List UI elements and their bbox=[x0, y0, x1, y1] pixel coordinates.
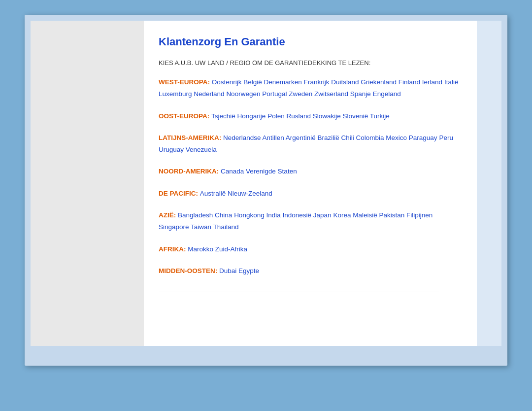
country-link-oostenrijk[interactable]: Oostenrijk bbox=[212, 78, 242, 86]
country-link-uruguay[interactable]: Uruguay bbox=[159, 146, 184, 153]
region-label-afrika: AFRIKA: bbox=[159, 245, 188, 253]
country-link-korea[interactable]: Korea bbox=[333, 211, 351, 219]
country-link-engeland[interactable]: Engeland bbox=[373, 90, 401, 98]
region-block-west-europa: WEST-EUROPA: Oostenrijk België Denemarke… bbox=[159, 76, 462, 101]
country-link-bangladesh[interactable]: Bangladesh bbox=[178, 211, 213, 219]
country-link-zwitserland[interactable]: Zwitserland bbox=[314, 90, 348, 98]
country-link-belgië[interactable]: België bbox=[243, 78, 262, 86]
page-subtitle: KIES A.U.B. UW LAND / REGIO OM DE GARANT… bbox=[159, 59, 462, 67]
country-link-zweden[interactable]: Zweden bbox=[289, 90, 312, 98]
country-link-paraguay[interactable]: Paraguay bbox=[409, 134, 437, 141]
region-label-azie: AZIË: bbox=[159, 211, 178, 219]
country-link-portugal[interactable]: Portugal bbox=[262, 90, 287, 98]
section-divider bbox=[159, 292, 439, 292]
region-block-latijns-amerika: LATIJNS-AMERIKA: Nederlandse Antillen Ar… bbox=[159, 132, 462, 156]
country-link-pakistan[interactable]: Pakistan bbox=[379, 211, 404, 219]
sidebar-right bbox=[477, 21, 501, 346]
country-link-luxemburg[interactable]: Luxemburg bbox=[159, 90, 192, 98]
country-link-italië[interactable]: Italië bbox=[444, 78, 459, 86]
country-link-chili[interactable]: Chili bbox=[341, 134, 354, 141]
country-link-china[interactable]: China bbox=[215, 211, 232, 219]
country-link-turkije[interactable]: Turkije bbox=[370, 112, 390, 120]
country-link-slovenië[interactable]: Slovenië bbox=[343, 112, 368, 120]
country-link-noorwegen[interactable]: Noorwegen bbox=[226, 90, 260, 98]
country-link-peru[interactable]: Peru bbox=[439, 134, 453, 141]
country-link-rusland[interactable]: Rusland bbox=[286, 112, 311, 120]
country-link-hongarije[interactable]: Hongarije bbox=[237, 112, 266, 120]
region-block-de-pacific: DE PACIFIC: Australië Nieuw-Zeeland bbox=[159, 188, 462, 200]
country-link-filipijnen[interactable]: Filipijnen bbox=[406, 211, 432, 219]
country-link-verenigde-staten[interactable]: Verenigde Staten bbox=[246, 168, 297, 175]
region-label-midden-oosten: MIDDEN-OOSTEN: bbox=[159, 267, 219, 274]
country-link-denemarken[interactable]: Denemarken bbox=[264, 78, 302, 86]
region-block-azie: AZIË: Bangladesh China Hongkong India In… bbox=[159, 209, 462, 234]
country-link-canada[interactable]: Canada bbox=[221, 168, 244, 175]
country-link-japan[interactable]: Japan bbox=[313, 211, 332, 219]
country-link-ierland[interactable]: Ierland bbox=[422, 78, 442, 86]
country-link-zuid-afrika[interactable]: Zuid-Afrika bbox=[215, 245, 247, 253]
main-content: Klantenzorg En Garantie KIES A.U.B. UW L… bbox=[144, 21, 477, 346]
country-link-duitsland[interactable]: Duitsland bbox=[331, 78, 359, 86]
country-link-slowakije[interactable]: Slowakije bbox=[313, 112, 341, 120]
region-block-midden-oosten: MIDDEN-OOSTEN: Dubai Egypte bbox=[159, 265, 462, 277]
country-link-venezuela[interactable]: Venezuela bbox=[186, 146, 217, 153]
region-block-noord-amerika: NOORD-AMERIKA: Canada Verenigde Staten bbox=[159, 166, 462, 177]
country-link-argentinië[interactable]: Argentinië bbox=[286, 134, 316, 141]
region-label-west-europa: WEST-EUROPA: bbox=[159, 78, 212, 86]
country-link-marokko[interactable]: Marokko bbox=[188, 245, 213, 253]
page-wrapper: Klantenzorg En Garantie KIES A.U.B. UW L… bbox=[25, 15, 507, 366]
country-link-tsjechië[interactable]: Tsjechië bbox=[211, 112, 235, 120]
region-label-latijns-amerika: LATIJNS-AMERIKA: bbox=[159, 134, 223, 141]
sidebar-left bbox=[31, 21, 144, 346]
country-link-nederland[interactable]: Nederland bbox=[194, 90, 224, 98]
country-link-nederlandse-antillen[interactable]: Nederlandse Antillen bbox=[223, 134, 284, 141]
country-link-polen[interactable]: Polen bbox=[267, 112, 285, 120]
country-link-mexico[interactable]: Mexico bbox=[386, 134, 407, 141]
country-link-singapore[interactable]: Singapore bbox=[159, 223, 189, 231]
country-link-dubai[interactable]: Dubai bbox=[219, 267, 236, 274]
country-link-maleisië[interactable]: Maleisië bbox=[353, 211, 377, 219]
region-label-oost-europa: OOST-EUROPA: bbox=[159, 112, 211, 120]
country-link-griekenland[interactable]: Griekenland bbox=[361, 78, 397, 86]
region-block-oost-europa: OOST-EUROPA: Tsjechië Hongarije Polen Ru… bbox=[159, 110, 462, 122]
country-link-indonesië[interactable]: Indonesië bbox=[283, 211, 312, 219]
country-link-australië[interactable]: Australië bbox=[200, 190, 226, 197]
country-link-finland[interactable]: Finland bbox=[399, 78, 420, 86]
region-label-noord-amerika: NOORD-AMERIKA: bbox=[159, 168, 221, 175]
country-link-taiwan[interactable]: Taiwan bbox=[191, 223, 211, 231]
page-title: Klantenzorg En Garantie bbox=[159, 35, 462, 48]
country-link-india[interactable]: India bbox=[266, 211, 280, 219]
country-link-spanje[interactable]: Spanje bbox=[350, 90, 371, 98]
country-link-egypte[interactable]: Egypte bbox=[238, 267, 259, 274]
country-link-brazilië[interactable]: Brazilië bbox=[317, 134, 339, 141]
country-link-hongkong[interactable]: Hongkong bbox=[234, 211, 265, 219]
country-link-nieuw-zeeland[interactable]: Nieuw-Zeeland bbox=[228, 190, 272, 197]
country-link-frankrijk[interactable]: Frankrijk bbox=[304, 78, 330, 86]
region-block-afrika: AFRIKA: Marokko Zuid-Afrika bbox=[159, 243, 462, 255]
regions-container: WEST-EUROPA: Oostenrijk België Denemarke… bbox=[159, 76, 462, 277]
region-label-de-pacific: DE PACIFIC: bbox=[159, 190, 200, 197]
country-link-colombia[interactable]: Colombia bbox=[356, 134, 384, 141]
page-container: Klantenzorg En Garantie KIES A.U.B. UW L… bbox=[31, 21, 501, 346]
country-link-thailand[interactable]: Thailand bbox=[213, 223, 239, 231]
